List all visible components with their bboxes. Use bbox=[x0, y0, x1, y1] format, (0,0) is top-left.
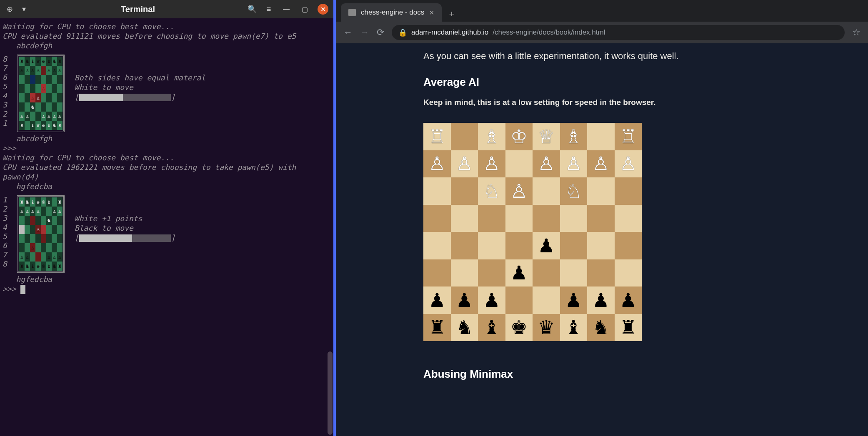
browser-tab[interactable]: chess-engine - docs × bbox=[341, 3, 442, 22]
chess-square[interactable]: ♝ bbox=[560, 314, 588, 341]
chess-square[interactable]: ♛ bbox=[533, 314, 560, 341]
chess-square[interactable] bbox=[533, 259, 560, 287]
chess-square[interactable]: ♘ bbox=[478, 177, 505, 205]
chess-piece: ♘ bbox=[483, 180, 500, 202]
chess-square[interactable] bbox=[478, 232, 505, 259]
chess-square[interactable]: ♕ bbox=[533, 123, 560, 150]
terminal-prompt[interactable]: >>> bbox=[3, 284, 331, 294]
chess-square[interactable] bbox=[560, 232, 588, 259]
lock-icon: 🔒 bbox=[398, 28, 407, 37]
chess-square[interactable]: ♟ bbox=[423, 287, 451, 314]
chess-square[interactable] bbox=[505, 150, 533, 178]
chess-square[interactable] bbox=[478, 259, 505, 287]
chess-square[interactable] bbox=[615, 259, 642, 287]
chess-square[interactable] bbox=[505, 232, 533, 259]
chess-square[interactable]: ♞ bbox=[587, 314, 615, 341]
chess-square[interactable] bbox=[615, 177, 642, 205]
rank-labels: 12345678 bbox=[3, 195, 7, 269]
chess-square[interactable]: ♜ bbox=[615, 314, 642, 341]
chess-square[interactable] bbox=[533, 287, 560, 314]
chess-square[interactable] bbox=[587, 123, 615, 150]
new-tab-button[interactable]: + bbox=[444, 7, 459, 22]
chess-square[interactable]: ♙ bbox=[587, 150, 615, 178]
chess-square[interactable]: ♗ bbox=[560, 123, 588, 150]
search-icon[interactable]: 🔍 bbox=[248, 5, 257, 14]
chess-square[interactable]: ♙ bbox=[615, 150, 642, 178]
maximize-button[interactable]: ▢ bbox=[299, 4, 310, 15]
mini-chess-board: ♜♞♝♚♛♝♜♙♙♙♙♙♙♞♙♙♙♙♙♙♙♙♙♜♞♝♚♛♝♞♜ bbox=[17, 195, 65, 273]
chess-square[interactable]: ♘ bbox=[560, 177, 588, 205]
chess-square[interactable] bbox=[451, 259, 478, 287]
new-tab-icon[interactable]: ⊕ bbox=[5, 5, 14, 14]
chess-square[interactable] bbox=[451, 205, 478, 232]
chess-square[interactable] bbox=[560, 205, 588, 232]
page-content[interactable]: As you can see with a little experimenta… bbox=[336, 43, 868, 436]
chess-square[interactable]: ♖ bbox=[423, 123, 451, 150]
terminal-line: abcdefgh bbox=[3, 134, 331, 143]
chess-square[interactable] bbox=[587, 259, 615, 287]
chess-square[interactable]: ♟ bbox=[533, 232, 560, 259]
chess-square[interactable]: ♚ bbox=[505, 314, 533, 341]
tab-close-icon[interactable]: × bbox=[429, 8, 434, 17]
chess-square[interactable] bbox=[587, 205, 615, 232]
heading-average-ai: Average AI bbox=[423, 76, 868, 89]
chess-square[interactable] bbox=[451, 232, 478, 259]
chess-square[interactable]: ♙ bbox=[533, 150, 560, 178]
minimize-button[interactable]: — bbox=[281, 4, 292, 15]
chess-square[interactable]: ♙ bbox=[505, 177, 533, 205]
forward-icon[interactable]: → bbox=[360, 27, 369, 38]
chess-square[interactable]: ♙ bbox=[423, 150, 451, 178]
chess-square[interactable]: ♗ bbox=[478, 123, 505, 150]
chess-square[interactable]: ♟ bbox=[560, 287, 588, 314]
chess-square[interactable]: ♙ bbox=[560, 150, 588, 178]
chess-square[interactable] bbox=[587, 177, 615, 205]
scrollbar-thumb[interactable] bbox=[328, 351, 333, 435]
chess-square[interactable] bbox=[615, 232, 642, 259]
chess-square[interactable]: ♟ bbox=[587, 287, 615, 314]
chess-square[interactable] bbox=[533, 205, 560, 232]
chess-square[interactable]: ♖ bbox=[615, 123, 642, 150]
url-path: /chess-engine/docs/book/index.html bbox=[493, 28, 605, 37]
board-side-info: White +1 pointsBlack to move[] bbox=[75, 195, 175, 242]
note-text: Keep in mind, this is at a low setting f… bbox=[423, 98, 868, 107]
chess-square[interactable] bbox=[451, 177, 478, 205]
chess-square[interactable]: ♙ bbox=[451, 150, 478, 178]
chess-square[interactable]: ♜ bbox=[423, 314, 451, 341]
chess-board[interactable]: ♖♗♔♕♗♖♙♙♙♙♙♙♙♘♙♘♟♟♟♟♟♟♟♟♜♞♝♚♛♝♞♜ bbox=[423, 123, 642, 341]
chess-square[interactable]: ♟ bbox=[451, 287, 478, 314]
chess-square[interactable]: ♔ bbox=[505, 123, 533, 150]
chess-square[interactable] bbox=[615, 205, 642, 232]
chess-square[interactable] bbox=[478, 205, 505, 232]
chess-square[interactable]: ♟ bbox=[478, 287, 505, 314]
chess-square[interactable] bbox=[423, 259, 451, 287]
chess-square[interactable] bbox=[505, 205, 533, 232]
chess-square[interactable]: ♟ bbox=[505, 259, 533, 287]
chess-square[interactable] bbox=[423, 205, 451, 232]
chess-piece: ♕ bbox=[538, 125, 555, 148]
chess-square[interactable] bbox=[560, 259, 588, 287]
chess-square[interactable]: ♞ bbox=[451, 314, 478, 341]
chess-square[interactable] bbox=[533, 177, 560, 205]
reload-icon[interactable]: ⟳ bbox=[377, 27, 384, 38]
chess-piece: ♟ bbox=[538, 234, 555, 257]
chess-square[interactable]: ♝ bbox=[478, 314, 505, 341]
chess-piece: ♟ bbox=[428, 289, 445, 311]
chess-piece: ♙ bbox=[592, 152, 609, 175]
chess-square[interactable] bbox=[423, 177, 451, 205]
address-input[interactable]: 🔒 adam-mcdaniel.github.io/chess-engine/d… bbox=[392, 25, 845, 40]
bookmark-icon[interactable]: ☆ bbox=[852, 27, 860, 38]
dropdown-icon[interactable]: ▾ bbox=[19, 5, 28, 14]
back-icon[interactable]: ← bbox=[343, 27, 353, 38]
chess-piece: ♜ bbox=[620, 316, 637, 339]
chess-piece: ♘ bbox=[565, 180, 582, 202]
chess-square[interactable] bbox=[423, 232, 451, 259]
chess-square[interactable] bbox=[587, 232, 615, 259]
close-button[interactable]: ✕ bbox=[318, 4, 328, 15]
chess-square[interactable]: ♙ bbox=[478, 150, 505, 178]
chess-square[interactable]: ♟ bbox=[615, 287, 642, 314]
chess-piece: ♛ bbox=[538, 316, 555, 339]
chess-square[interactable] bbox=[505, 287, 533, 314]
chess-square[interactable] bbox=[451, 123, 478, 150]
menu-icon[interactable]: ≡ bbox=[264, 5, 273, 14]
terminal-body[interactable]: Waiting for CPU to choose best move...CP… bbox=[0, 18, 333, 436]
